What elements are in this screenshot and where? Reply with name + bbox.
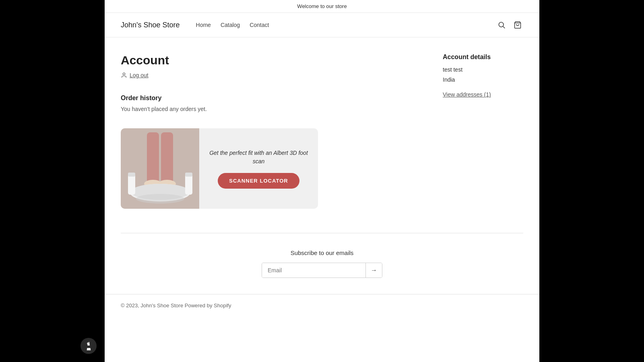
svg-point-0: [499, 22, 504, 27]
account-country: India: [443, 75, 523, 85]
header-icons: [496, 19, 523, 31]
nav-home[interactable]: Home: [196, 22, 211, 28]
search-icon: [497, 21, 506, 29]
subscribe-section: Subscribe to our emails →: [105, 233, 539, 294]
header: John's Shoe Store Home Catalog Contact: [105, 13, 539, 37]
announcement-bar: Welcome to our store: [105, 0, 539, 13]
empty-orders-message: You haven't placed any orders yet.: [121, 106, 427, 112]
subscribe-title: Subscribe to our emails: [121, 249, 523, 256]
nav-contact[interactable]: Contact: [250, 22, 269, 28]
banner-card: Get the perfect fit with an Albert 3D fo…: [121, 128, 318, 209]
email-input[interactable]: [262, 263, 365, 278]
announcement-text: Welcome to our store: [297, 3, 347, 9]
svg-point-14: [136, 194, 184, 204]
site-logo[interactable]: John's Shoe Store: [121, 21, 180, 29]
view-addresses-link[interactable]: View addresses (1): [443, 91, 491, 98]
foot-scanner-illustration: [125, 132, 195, 209]
person-icon: [121, 72, 127, 78]
logout-link[interactable]: Log out: [121, 72, 427, 78]
svg-point-3: [123, 73, 125, 75]
account-details-title: Account details: [443, 53, 523, 61]
nav-catalog[interactable]: Catalog: [221, 22, 240, 28]
banner-image: [121, 128, 199, 209]
svg-rect-11: [128, 173, 135, 177]
main-content: Account Log out Order history You haven'…: [105, 37, 539, 233]
svg-rect-4: [147, 132, 159, 185]
footer-copyright: © 2023, John's Shoe Store Powered by Sho…: [121, 302, 231, 309]
cart-button[interactable]: [512, 19, 523, 31]
shopify-icon: [84, 341, 93, 350]
subscribe-form: →: [262, 263, 382, 278]
order-history-title: Order history: [121, 95, 427, 102]
scanner-locator-button[interactable]: SCANNER LOCATOR: [218, 173, 299, 189]
subscribe-button[interactable]: →: [365, 263, 382, 278]
account-details-panel: Account details test test India View add…: [443, 53, 523, 209]
footer: © 2023, John's Shoe Store Powered by Sho…: [105, 294, 539, 317]
logout-label: Log out: [130, 72, 149, 78]
account-name: test test: [443, 65, 523, 75]
main-left: Account Log out Order history You haven'…: [121, 53, 427, 209]
main-nav: Home Catalog Contact: [196, 22, 496, 28]
page-title: Account: [121, 53, 427, 67]
svg-line-1: [503, 27, 505, 29]
cart-icon: [514, 21, 522, 29]
search-button[interactable]: [496, 19, 507, 31]
svg-rect-5: [161, 132, 173, 185]
banner-content: Get the perfect fit with an Albert 3D fo…: [199, 128, 318, 209]
svg-rect-13: [185, 173, 192, 177]
shopify-badge: [80, 338, 97, 354]
banner-text: Get the perfect fit with an Albert 3D fo…: [209, 149, 308, 166]
